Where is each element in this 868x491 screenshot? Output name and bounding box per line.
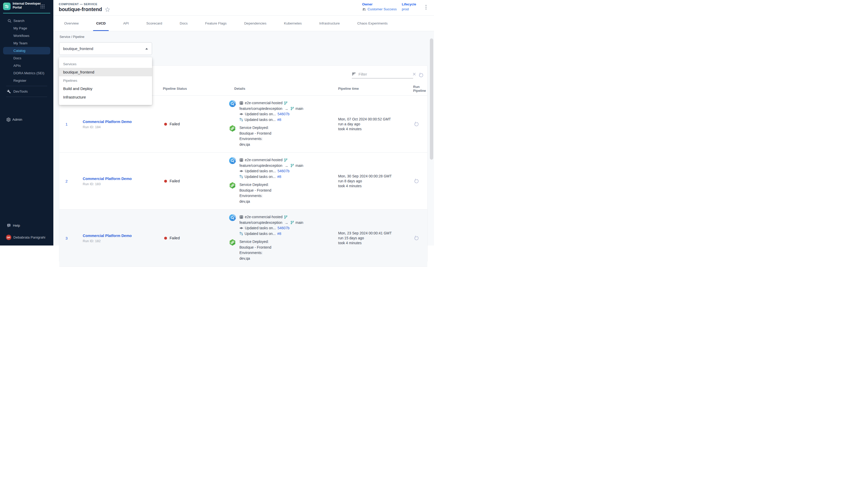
tab-cicd[interactable]: CI/CD bbox=[93, 16, 109, 31]
entity-header: COMPONENT — SERVICE boutique-frontend Ow… bbox=[53, 0, 434, 16]
filter-input[interactable] bbox=[359, 72, 410, 76]
rerun-pipeline-button[interactable] bbox=[414, 121, 419, 127]
tab-overview[interactable]: Overview bbox=[61, 16, 82, 31]
cd-module-icon bbox=[229, 125, 236, 132]
breadcrumb: COMPONENT — SERVICE bbox=[59, 3, 97, 6]
menu-option-infrastructure[interactable]: Infrastructure bbox=[59, 93, 152, 102]
sidebar-item-workflows[interactable]: Workflows bbox=[0, 32, 53, 39]
tab-dependencies[interactable]: Dependencies bbox=[241, 16, 270, 31]
tab-chaos-experiments[interactable]: Chaos Experiments bbox=[353, 16, 391, 31]
pipeline-link[interactable]: Commercial Platform Demo bbox=[83, 177, 132, 181]
ci-module-icon bbox=[229, 214, 236, 221]
clear-filter-icon[interactable] bbox=[412, 72, 416, 76]
col-pipeline-time: Pipeline time bbox=[335, 87, 410, 90]
git-branch-icon bbox=[290, 221, 294, 224]
gear-icon bbox=[6, 117, 11, 122]
pull-request-link[interactable]: #8 bbox=[277, 174, 281, 180]
sidebar-item-register[interactable]: Register bbox=[0, 77, 53, 84]
failed-status-dot bbox=[164, 123, 167, 125]
tab-api[interactable]: API bbox=[120, 16, 132, 31]
pipeline-cell: Commercial Platform Demo Run ID: 182 bbox=[83, 233, 163, 243]
sidebar-item-docs[interactable]: Docs bbox=[0, 54, 53, 62]
pipeline-cell: Commercial Platform Demo Run ID: 183 bbox=[83, 176, 163, 186]
user-menu[interactable]: DP Debabrata Panigrahi bbox=[0, 234, 53, 241]
lifecycle-value: prod bbox=[402, 7, 416, 11]
arrow-right-icon: → bbox=[284, 106, 289, 112]
sidebar-item-catalog[interactable]: Catalog bbox=[3, 47, 50, 54]
product-name: Internal Developer Portal bbox=[12, 2, 41, 9]
details-cell: e2e-commercial-hosted feature/corruptede… bbox=[227, 153, 335, 209]
pipeline-time-cell: Mon, 07 Oct 2024 00:00:52 GMT run a day … bbox=[335, 117, 410, 132]
tab-infrastructure[interactable]: Infrastructure bbox=[316, 16, 344, 31]
entity-tabs: Overview CI/CD API Scorecard Docs Featur… bbox=[53, 16, 434, 31]
status-cell: Failed bbox=[163, 122, 227, 126]
service-pipeline-label: Service / Pipeline bbox=[60, 35, 85, 39]
col-run-pipeline: Run Pipeline bbox=[410, 85, 429, 93]
ci-module-icon bbox=[229, 157, 236, 164]
sidebar: Internal Developer Portal Search My Page… bbox=[0, 0, 53, 246]
caret-up-icon bbox=[145, 48, 148, 50]
pipeline-cell: Commercial Platform Demo Run ID: 184 bbox=[83, 119, 163, 129]
owner-block: Owner Customer Success bbox=[362, 2, 397, 11]
sidebar-item-search[interactable]: Search bbox=[0, 17, 53, 25]
pull-request-icon bbox=[240, 175, 243, 178]
search-icon bbox=[7, 19, 11, 23]
arrow-right-icon: → bbox=[284, 220, 289, 226]
run-pipeline-cell bbox=[410, 235, 427, 241]
sidebar-item-my-team[interactable]: My Team bbox=[0, 39, 53, 47]
favorite-star-icon[interactable] bbox=[105, 7, 110, 12]
sidebar-divider bbox=[6, 97, 47, 97]
sidebar-item-help[interactable]: Help bbox=[0, 222, 53, 229]
rerun-pipeline-button[interactable] bbox=[414, 178, 419, 184]
service-pipeline-select[interactable]: boutique_frontend bbox=[59, 42, 152, 55]
service-pipeline-menu: Services boutique_frontend Pipelines Bui… bbox=[59, 57, 152, 105]
sidebar-help-section: Help bbox=[0, 222, 53, 229]
owner-label: Owner bbox=[362, 2, 397, 6]
menu-option-boutique-frontend[interactable]: boutique_frontend bbox=[59, 68, 152, 76]
sidebar-item-dora-metrics[interactable]: DORA Metrics (SEI) bbox=[0, 69, 53, 77]
git-commit-icon bbox=[240, 226, 243, 230]
failed-status-dot bbox=[164, 180, 167, 182]
tab-scorecard[interactable]: Scorecard bbox=[143, 16, 166, 31]
app-grid-icon[interactable] bbox=[40, 4, 45, 9]
pipeline-link[interactable]: Commercial Platform Demo bbox=[83, 120, 132, 124]
user-name: Debabrata Panigrahi bbox=[13, 235, 45, 239]
commit-link[interactable]: 54607b bbox=[278, 111, 290, 117]
status-cell: Failed bbox=[163, 179, 227, 183]
sidebar-item-apis[interactable]: APIs bbox=[0, 62, 53, 69]
pull-request-icon bbox=[240, 118, 243, 121]
tab-kubernetes[interactable]: Kubernetes bbox=[280, 16, 305, 31]
run-number: 2 bbox=[59, 179, 83, 183]
sidebar-header: Internal Developer Portal bbox=[0, 0, 53, 13]
failed-status-dot bbox=[164, 237, 167, 239]
pipeline-link[interactable]: Commercial Platform Demo bbox=[83, 234, 132, 238]
commit-link[interactable]: 54607b bbox=[278, 225, 290, 231]
tab-feature-flags[interactable]: Feature Flags bbox=[202, 16, 230, 31]
git-branch-icon bbox=[284, 158, 288, 162]
sidebar-item-devtools[interactable]: DevTools bbox=[0, 88, 53, 95]
git-commit-icon bbox=[240, 169, 243, 173]
menu-option-build-and-deploy[interactable]: Build and Deploy bbox=[59, 84, 152, 93]
page-title: boutique-frontend bbox=[59, 6, 102, 12]
cicd-content: Service / Pipeline boutique_frontend Ser… bbox=[53, 31, 434, 246]
owner-link[interactable]: Customer Success bbox=[362, 7, 397, 11]
refresh-button[interactable] bbox=[418, 73, 424, 78]
pull-request-link[interactable]: #8 bbox=[277, 231, 281, 237]
git-branch-icon bbox=[284, 102, 288, 105]
ci-module-icon bbox=[229, 100, 236, 107]
tab-docs[interactable]: Docs bbox=[176, 16, 191, 31]
commit-link[interactable]: 54607b bbox=[278, 168, 290, 174]
sidebar-item-my-page[interactable]: My Page bbox=[0, 25, 53, 32]
col-details: Details bbox=[227, 87, 335, 90]
pull-request-link[interactable]: #8 bbox=[277, 117, 281, 123]
rerun-pipeline-button[interactable] bbox=[414, 235, 419, 241]
run-pipeline-cell bbox=[410, 178, 427, 184]
wrench-icon bbox=[7, 89, 11, 93]
sidebar-item-admin[interactable]: Admin bbox=[0, 116, 53, 123]
git-commit-icon bbox=[240, 112, 243, 116]
pipeline-time-cell: Mon, 23 Sep 2024 00:00:41 GMT run 15 day… bbox=[335, 231, 410, 246]
pipeline-time-cell: Mon, 30 Sep 2024 00:00:28 GMT run 8 days… bbox=[335, 174, 410, 189]
main-area: COMPONENT — SERVICE boutique-frontend Ow… bbox=[53, 0, 434, 246]
vertical-scrollbar-thumb[interactable] bbox=[430, 38, 433, 160]
more-options-kebab-icon[interactable] bbox=[424, 4, 429, 10]
